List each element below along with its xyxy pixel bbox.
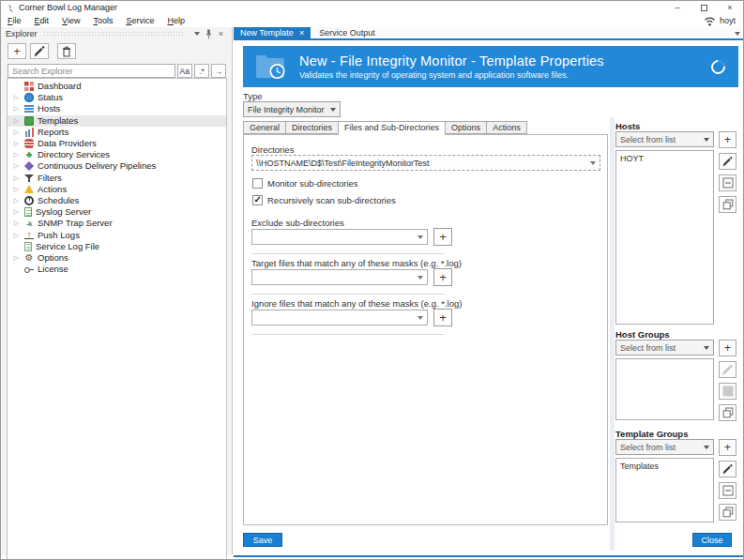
tab-general[interactable]: General <box>243 121 286 134</box>
tab-list-chevron-icon[interactable] <box>735 32 740 36</box>
tab-actions[interactable]: Actions <box>486 121 527 134</box>
expander-icon[interactable]: ▷ <box>12 105 21 113</box>
list-item[interactable]: HOYT <box>616 151 713 164</box>
divider <box>251 294 445 295</box>
drag-texture <box>43 31 185 37</box>
hosts-select[interactable]: Select from list <box>615 131 714 147</box>
panel-menu-icon[interactable] <box>190 28 203 39</box>
template-groups-copy-button[interactable] <box>719 504 736 521</box>
tree-item[interactable]: ▷ Continuous Delivery Pipelines <box>8 160 226 172</box>
exclude-combo[interactable] <box>251 229 428 245</box>
expander-icon[interactable]: ▷ <box>12 117 21 125</box>
close-panel-icon[interactable]: × <box>215 28 227 39</box>
host-groups-copy-button[interactable] <box>719 404 736 421</box>
exclude-add-button[interactable]: + <box>433 228 452 246</box>
tree-item[interactable]: ▷ ⚙ Options <box>8 252 226 264</box>
search-go-button[interactable]: → <box>211 64 226 78</box>
type-select[interactable]: File Integrity Monitor <box>243 101 341 117</box>
menu-service[interactable]: Service <box>119 16 160 25</box>
tab-service-output[interactable]: Service Output <box>311 27 384 38</box>
actions-icon <box>24 185 34 194</box>
expander-icon[interactable]: ▷ <box>12 94 21 101</box>
add-button[interactable]: + <box>8 43 26 59</box>
save-button[interactable]: Save <box>243 533 282 547</box>
tree-item[interactable]: Dashboard <box>8 81 226 92</box>
tree-item[interactable]: ▷ Hosts <box>8 103 226 114</box>
expander-icon[interactable]: ▷ <box>12 219 21 227</box>
ignore-masks-label: Ignore files that match any of these mas… <box>251 298 462 309</box>
tree-item[interactable]: License <box>8 264 226 275</box>
tree-item[interactable]: ▷ Data Providers <box>8 138 226 149</box>
host-groups-add-button[interactable]: + <box>719 340 736 356</box>
maximize-button[interactable] <box>691 1 717 14</box>
regex-button[interactable]: .* <box>194 64 209 78</box>
expander-icon[interactable]: ▷ <box>12 174 21 182</box>
directories-combo[interactable]: \\HOSTNAME\D$\Test\FileIntegrityMonitorT… <box>251 155 600 171</box>
ignore-masks-add-button[interactable]: + <box>433 309 452 326</box>
expander-icon[interactable]: ▷ <box>12 208 21 216</box>
tree-item[interactable]: ▷ Actions <box>8 184 226 195</box>
template-groups-remove-button[interactable] <box>719 482 736 499</box>
tree-item[interactable]: ▷ -k SNMP Trap Server <box>8 218 226 229</box>
search-input[interactable] <box>8 64 175 78</box>
menu-help[interactable]: Help <box>160 16 191 25</box>
tab-close-icon[interactable]: × <box>299 28 304 38</box>
license-icon <box>24 265 34 274</box>
expander-icon[interactable]: ▷ <box>12 140 21 147</box>
splitter-handle[interactable] <box>610 117 615 551</box>
expander-icon[interactable]: ▷ <box>12 151 21 159</box>
template-groups-add-button[interactable]: + <box>719 439 736 456</box>
tree-item[interactable]: ▷ Syslog Server <box>8 206 226 218</box>
tree-item[interactable]: ▷ Status <box>8 92 226 103</box>
expander-icon[interactable]: ▷ <box>12 254 21 262</box>
match-case-button[interactable]: Aa <box>177 64 192 78</box>
service-log-file-icon <box>24 242 32 251</box>
tab-new-template[interactable]: New Template × <box>234 27 311 38</box>
expander-icon[interactable]: ▷ <box>12 186 21 193</box>
menu-file[interactable]: File <box>1 16 28 25</box>
target-masks-combo[interactable] <box>251 269 428 285</box>
list-item[interactable]: Templates <box>616 459 713 472</box>
tree-item[interactable]: Service Log File <box>8 241 226 252</box>
tree-item[interactable]: ▷ ↑ Push Logs <box>8 229 226 240</box>
menu-tools[interactable]: Tools <box>86 16 119 25</box>
menu-view[interactable]: View <box>55 16 86 25</box>
expander-icon[interactable]: ▷ <box>12 129 21 136</box>
template-groups-edit-button[interactable] <box>719 461 736 477</box>
pin-icon[interactable] <box>203 28 215 39</box>
hosts-remove-button[interactable] <box>719 174 736 191</box>
hosts-select-placeholder: Select from list <box>620 135 676 144</box>
expander-icon[interactable]: ▷ <box>12 197 21 204</box>
tree-item[interactable]: ▷ Filters <box>8 173 226 184</box>
edit-button[interactable] <box>30 43 49 59</box>
checkbox-unchecked[interactable] <box>252 178 263 189</box>
close-window-button[interactable]: × <box>717 1 743 14</box>
template-groups-list[interactable]: Templates <box>615 458 714 522</box>
hosts-edit-button[interactable] <box>719 153 736 170</box>
tree-item[interactable]: ▷ Schedules <box>8 195 226 206</box>
template-groups-buttons: + <box>719 439 736 521</box>
tab-directories[interactable]: Directories <box>285 121 339 134</box>
tree-item[interactable]: ▷ Templates <box>8 115 226 127</box>
recursive-scan-checkbox-row[interactable]: Recursively scan sub-directories <box>252 195 396 205</box>
expander-icon[interactable]: ▷ <box>12 162 21 170</box>
tree-item[interactable]: ▷ Reports <box>8 127 226 138</box>
tree-item[interactable]: ▷ ♣ Directory Services <box>8 149 226 160</box>
checkbox-checked[interactable] <box>252 195 263 205</box>
host-groups-list[interactable] <box>615 358 714 420</box>
menu-edit[interactable]: Edit <box>28 16 56 25</box>
target-masks-add-button[interactable]: + <box>433 268 452 286</box>
delete-button[interactable] <box>57 43 76 59</box>
monitor-subdirs-checkbox-row[interactable]: Monitor sub-directories <box>252 178 358 189</box>
host-groups-select[interactable]: Select from list <box>615 340 714 356</box>
hosts-copy-button[interactable] <box>719 196 736 213</box>
expander-icon[interactable]: ▷ <box>12 232 21 239</box>
tab-options[interactable]: Options <box>445 121 487 134</box>
template-groups-select[interactable]: Select from list <box>615 439 714 455</box>
ignore-masks-combo[interactable] <box>251 310 428 325</box>
hosts-add-button[interactable]: + <box>719 131 736 148</box>
minimize-button[interactable]: – <box>664 1 691 14</box>
close-button[interactable]: Close <box>692 533 732 547</box>
hosts-list[interactable]: HOYT <box>615 150 714 325</box>
tab-files-and-sub-directories[interactable]: Files and Sub-Directories <box>338 121 446 135</box>
